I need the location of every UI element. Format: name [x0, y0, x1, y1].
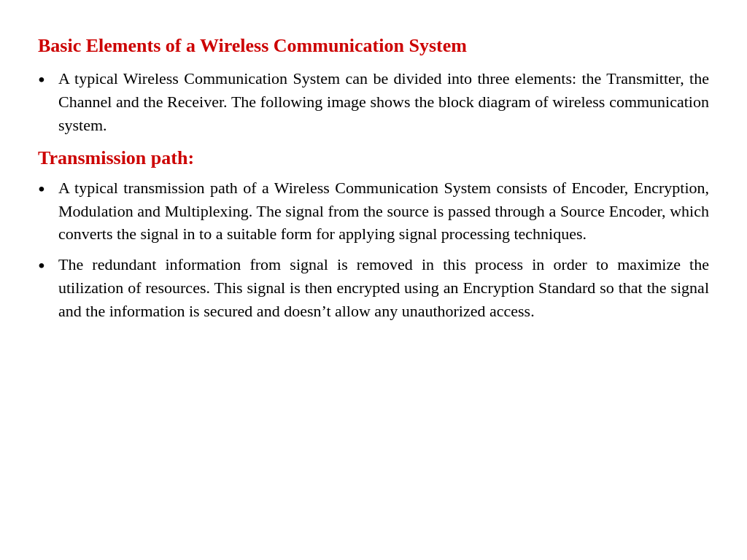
slide-container: Basic Elements of a Wireless Communicati…: [0, 0, 747, 560]
bullet-text-1: A typical Wireless Communication System …: [58, 67, 709, 137]
bullet-text-3: The redundant information from signal is…: [58, 253, 709, 323]
list-item: • A typical transmission path of a Wirel…: [38, 176, 709, 246]
first-bullet-list: • A typical Wireless Communication Syste…: [38, 67, 709, 137]
bullet-dot: •: [38, 67, 58, 93]
main-heading: Basic Elements of a Wireless Communicati…: [38, 35, 709, 57]
bullet-dot: •: [38, 253, 58, 279]
bullet-dot: •: [38, 176, 58, 203]
list-item: • The redundant information from signal …: [38, 253, 709, 323]
second-bullet-list: • A typical transmission path of a Wirel…: [38, 176, 709, 323]
bullet-text-2: A typical transmission path of a Wireles…: [58, 176, 709, 246]
list-item: • A typical Wireless Communication Syste…: [38, 67, 709, 137]
subheading: Transmission path:: [38, 147, 709, 169]
